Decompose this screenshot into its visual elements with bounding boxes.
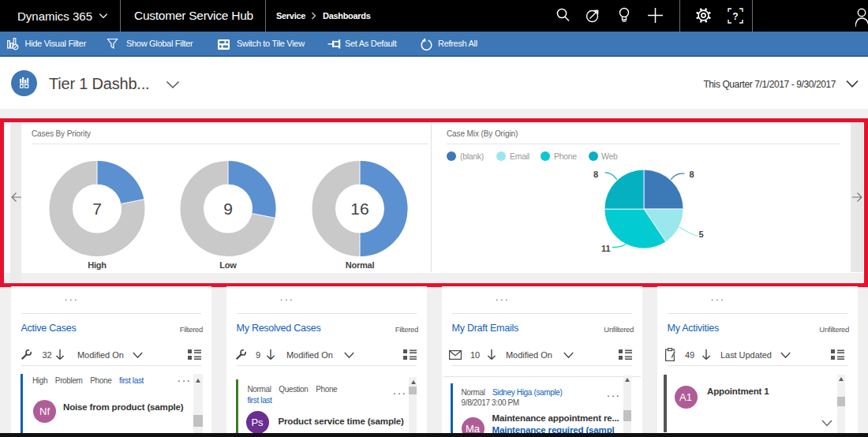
svg-text:?: ? [732, 11, 738, 22]
